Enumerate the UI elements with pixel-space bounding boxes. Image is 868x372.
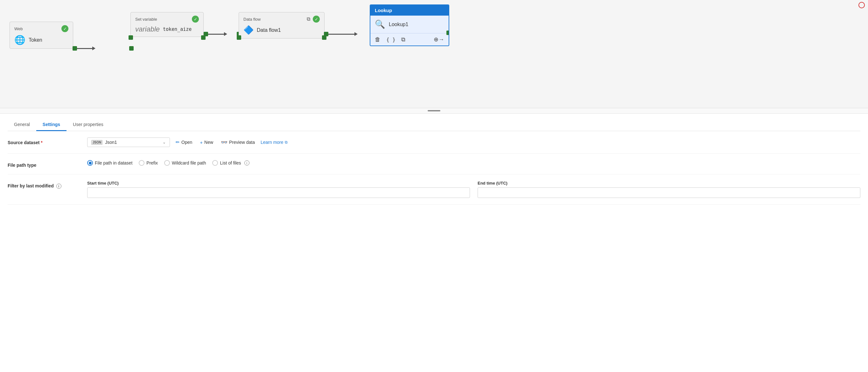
connector-dot-5	[324, 32, 328, 36]
web-check: ✓	[61, 25, 68, 32]
radio-circle-prefix	[139, 160, 145, 166]
lookup-search-icon: 🔍	[375, 20, 385, 29]
preview-label: Preview data	[229, 140, 255, 145]
radio-list-of-files[interactable]: List of files i	[212, 160, 249, 166]
file-path-type-row: File path type File path in dataset Pref…	[8, 154, 860, 175]
learn-more-label: Learn more	[260, 140, 283, 145]
arrow-head-1	[92, 46, 95, 50]
end-time-group: End time (UTC)	[477, 181, 860, 198]
connector-dot-1	[72, 46, 77, 51]
filter-content: Start time (UTC) End time (UTC)	[87, 181, 860, 198]
tab-settings[interactable]: Settings	[36, 119, 66, 131]
connector-dot-3	[204, 32, 208, 36]
lookup-label: Lookup1	[389, 22, 408, 27]
tab-bar: General Settings User properties	[8, 114, 860, 131]
lookup-expand-icon[interactable]: ⊕→	[434, 36, 444, 43]
data-flow-check: ✓	[313, 16, 320, 23]
web-node-title: Web	[14, 26, 23, 31]
set-variable-header: Set variable ✓	[135, 16, 199, 23]
external-link-icon[interactable]: ⧉	[307, 16, 310, 22]
lookup-node[interactable]: Lookup 🔍 Lookup1 🗑 { } ⧉ ⊕→	[370, 4, 449, 46]
radio-label-prefix: Prefix	[146, 160, 158, 165]
connector-line-1	[74, 48, 92, 49]
start-time-group: Start time (UTC)	[87, 181, 470, 198]
tab-user-properties[interactable]: User properties	[66, 119, 110, 131]
variable-icon: variable	[135, 25, 160, 33]
radio-file-path-in-dataset[interactable]: File path in dataset	[87, 160, 132, 166]
arrow-head-3	[354, 32, 358, 36]
connector-1	[74, 46, 95, 50]
open-button[interactable]: ✏ Open	[174, 138, 194, 146]
radio-label-wildcard: Wildcard file path	[172, 160, 206, 165]
plus-icon: +	[200, 140, 203, 145]
dropdown-inner: JSON Json1	[91, 140, 117, 145]
set-variable-label: token_aize	[163, 26, 191, 32]
end-time-label: End time (UTC)	[477, 181, 860, 186]
data-flow-label: Data flow1	[257, 27, 281, 33]
web-node-header: Web ✓	[14, 25, 68, 32]
preview-data-button[interactable]: 👓 Preview data	[219, 138, 257, 147]
web-node[interactable]: Web ✓ 🌐 Token	[9, 22, 73, 49]
data-flow-title: Data flow	[243, 17, 260, 22]
radio-wildcard-file-path[interactable]: Wildcard file path	[164, 160, 206, 166]
new-button[interactable]: + New	[198, 138, 215, 146]
filter-label: Filter by last modified i	[8, 181, 78, 189]
divider-handle[interactable]	[428, 110, 440, 112]
tab-general[interactable]: General	[8, 119, 36, 131]
divider-area[interactable]	[0, 108, 868, 114]
learn-more-link[interactable]: Learn more ⧉	[260, 140, 288, 145]
source-dataset-label: Source dataset *	[8, 137, 78, 145]
set-variable-body: variable token_aize	[135, 25, 199, 33]
lookup-trash-icon[interactable]: 🗑	[375, 36, 380, 43]
pipeline-canvas: Web ✓ 🌐 Token Set variable ✓ variable to…	[0, 0, 868, 108]
start-time-input[interactable]	[87, 187, 470, 198]
required-star: *	[41, 140, 42, 145]
set-variable-node[interactable]: Set variable ✓ variable token_aize	[130, 12, 204, 37]
connector-2	[205, 32, 227, 36]
source-dataset-dropdown[interactable]: JSON Json1 ⌄	[87, 137, 170, 147]
radio-label-file-path: File path in dataset	[95, 160, 132, 165]
lookup-body: 🔍 Lookup1	[370, 16, 448, 33]
globe-icon: 🌐	[14, 35, 26, 45]
lookup-right-dot	[446, 31, 449, 35]
error-badge	[859, 2, 865, 8]
json-badge: JSON	[91, 140, 102, 145]
list-of-files-info-icon[interactable]: i	[244, 160, 249, 165]
file-path-type-label: File path type	[8, 160, 78, 168]
connector-line-3	[326, 34, 354, 35]
start-time-label: Start time (UTC)	[87, 181, 470, 186]
arrow-head-2	[224, 32, 227, 36]
set-variable-check: ✓	[192, 16, 199, 23]
filter-by-last-modified-row: Filter by last modified i Start time (UT…	[8, 175, 860, 205]
data-flow-body: 🔷 Data flow1	[243, 25, 320, 35]
radio-circle-file-path	[87, 160, 93, 166]
dropdown-value: Json1	[105, 140, 117, 145]
dataflow-icon: 🔷	[243, 25, 254, 35]
lookup-copy-icon[interactable]: ⧉	[401, 36, 405, 43]
radio-label-list: List of files	[220, 160, 241, 165]
lookup-header: Lookup	[370, 5, 448, 16]
radio-group: File path in dataset Prefix Wildcard fil…	[87, 160, 249, 166]
dropdown-chevron: ⌄	[163, 140, 166, 145]
glasses-icon: 👓	[221, 139, 227, 146]
filter-info-icon[interactable]: i	[56, 184, 61, 189]
pencil-icon: ✏	[176, 140, 180, 145]
new-label: New	[204, 140, 213, 145]
radio-circle-wildcard	[164, 160, 170, 166]
data-flow-left-dot	[237, 35, 241, 40]
web-node-body: 🌐 Token	[14, 35, 68, 45]
settings-panel: General Settings User properties Source …	[0, 114, 868, 205]
radio-circle-list	[212, 160, 218, 166]
source-dataset-row: Source dataset * JSON Json1 ⌄ ✏ Open + N…	[8, 131, 860, 154]
end-time-input[interactable]	[477, 187, 860, 198]
open-label: Open	[181, 140, 192, 145]
lookup-actions: 🗑 { } ⧉ ⊕→	[370, 33, 448, 45]
lookup-title: Lookup	[375, 8, 392, 13]
data-flow-node[interactable]: Data flow ⧉ ✓ 🔷 Data flow1	[239, 12, 324, 38]
radio-prefix[interactable]: Prefix	[139, 160, 158, 166]
lookup-braces-icon[interactable]: { }	[386, 37, 396, 43]
connector-dot-2	[129, 46, 134, 51]
set-var-left-dot	[128, 35, 133, 40]
set-variable-title: Set variable	[135, 17, 157, 22]
source-dataset-content: JSON Json1 ⌄ ✏ Open + New 👓 Preview data…	[87, 137, 860, 147]
